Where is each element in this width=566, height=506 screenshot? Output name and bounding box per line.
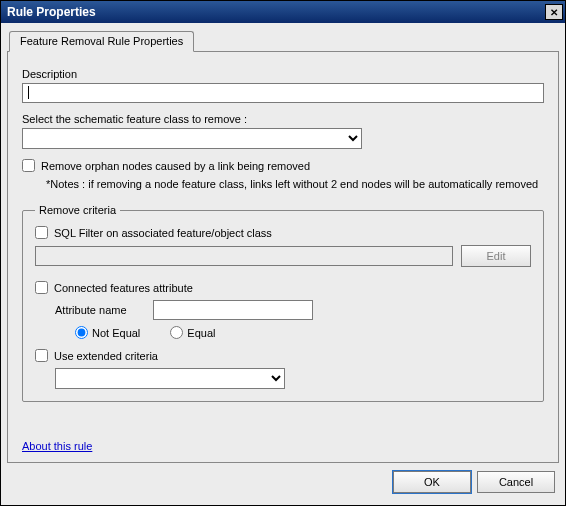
- extended-checkbox[interactable]: [35, 349, 48, 362]
- dialog-footer: OK Cancel: [7, 463, 559, 493]
- window-title: Rule Properties: [7, 5, 96, 19]
- extended-row: Use extended criteria: [35, 349, 531, 362]
- not-equal-option[interactable]: Not Equal: [75, 326, 140, 339]
- not-equal-radio[interactable]: [75, 326, 88, 339]
- tab-label: Feature Removal Rule Properties: [20, 35, 183, 47]
- edit-button[interactable]: Edit: [461, 245, 531, 267]
- attribute-name-input[interactable]: [153, 300, 313, 320]
- tab-panel: Description Select the schematic feature…: [7, 51, 559, 463]
- connected-label: Connected features attribute: [54, 282, 193, 294]
- orphan-checkbox[interactable]: [22, 159, 35, 172]
- feature-class-row: Select the schematic feature class to re…: [22, 113, 544, 149]
- ok-button[interactable]: OK: [393, 471, 471, 493]
- equal-option[interactable]: Equal: [170, 326, 215, 339]
- connected-row: Connected features attribute: [35, 281, 531, 294]
- extended-select[interactable]: [55, 368, 285, 389]
- remove-criteria-legend: Remove criteria: [35, 204, 120, 216]
- sql-filter-row: SQL Filter on associated feature/object …: [35, 226, 531, 239]
- notes-text: *Notes : if removing a node feature clas…: [46, 178, 544, 190]
- tab-strip: Feature Removal Rule Properties: [7, 29, 559, 51]
- title-bar: Rule Properties ✕: [1, 1, 565, 23]
- sql-filter-label: SQL Filter on associated feature/object …: [54, 227, 272, 239]
- about-link[interactable]: About this rule: [22, 440, 92, 452]
- radio-row: Not Equal Equal: [75, 326, 531, 339]
- orphan-row: Remove orphan nodes caused by a link bei…: [22, 159, 544, 172]
- not-equal-label: Not Equal: [92, 327, 140, 339]
- extended-label: Use extended criteria: [54, 350, 158, 362]
- feature-class-label: Select the schematic feature class to re…: [22, 113, 544, 125]
- feature-class-select[interactable]: [22, 128, 362, 149]
- close-icon[interactable]: ✕: [545, 4, 563, 20]
- attribute-name-label: Attribute name: [55, 304, 145, 316]
- description-input[interactable]: [22, 83, 544, 103]
- equal-radio[interactable]: [170, 326, 183, 339]
- remove-criteria-group: Remove criteria SQL Filter on associated…: [22, 204, 544, 402]
- equal-label: Equal: [187, 327, 215, 339]
- dialog-body: Feature Removal Rule Properties Descript…: [1, 23, 565, 505]
- sql-filter-input[interactable]: [35, 246, 453, 266]
- connected-indent: Attribute name Not Equal Equal: [55, 300, 531, 339]
- cancel-button[interactable]: Cancel: [477, 471, 555, 493]
- description-row: Description: [22, 68, 544, 103]
- description-label: Description: [22, 68, 544, 80]
- sql-filter-checkbox[interactable]: [35, 226, 48, 239]
- orphan-label: Remove orphan nodes caused by a link bei…: [41, 160, 310, 172]
- tab-feature-removal[interactable]: Feature Removal Rule Properties: [9, 31, 194, 52]
- connected-checkbox[interactable]: [35, 281, 48, 294]
